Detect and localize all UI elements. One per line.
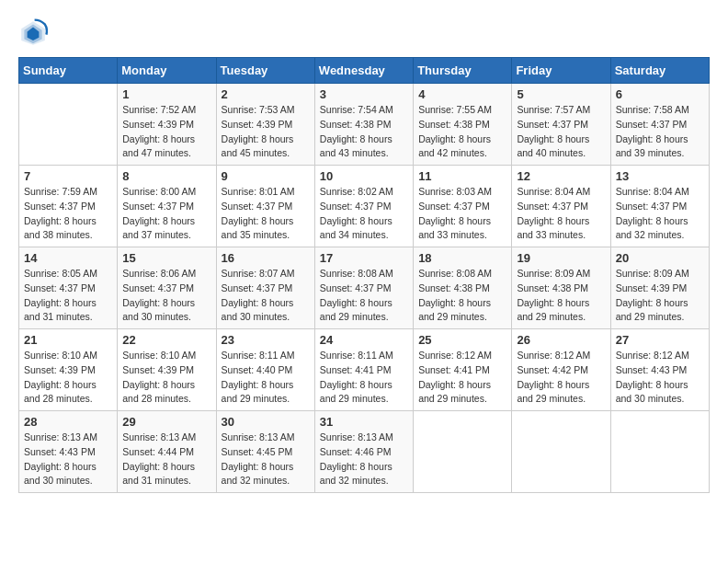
calendar-cell: 5Sunrise: 7:57 AM Sunset: 4:37 PM Daylig… [512, 84, 610, 166]
day-info: Sunrise: 7:57 AM Sunset: 4:37 PM Dayligh… [517, 103, 605, 161]
logo [18, 18, 51, 48]
weekday-header-monday: Monday [118, 58, 216, 84]
calendar-cell: 30Sunrise: 8:13 AM Sunset: 4:45 PM Dayli… [216, 411, 314, 493]
day-info: Sunrise: 8:12 AM Sunset: 4:43 PM Dayligh… [616, 349, 704, 407]
calendar-cell: 26Sunrise: 8:12 AM Sunset: 4:42 PM Dayli… [512, 329, 610, 411]
day-number: 7 [24, 169, 112, 183]
calendar-cell: 24Sunrise: 8:11 AM Sunset: 4:41 PM Dayli… [314, 329, 413, 411]
day-info: Sunrise: 7:55 AM Sunset: 4:38 PM Dayligh… [418, 103, 506, 161]
day-info: Sunrise: 8:02 AM Sunset: 4:37 PM Dayligh… [320, 185, 408, 243]
day-number: 29 [122, 415, 210, 429]
day-info: Sunrise: 8:10 AM Sunset: 4:39 PM Dayligh… [122, 349, 210, 407]
day-number: 17 [320, 251, 408, 265]
calendar-week-5: 28Sunrise: 8:13 AM Sunset: 4:43 PM Dayli… [19, 411, 710, 493]
weekday-row: SundayMondayTuesdayWednesdayThursdayFrid… [19, 58, 710, 84]
calendar-week-1: 1Sunrise: 7:52 AM Sunset: 4:39 PM Daylig… [19, 84, 710, 166]
logo-icon [18, 18, 48, 48]
calendar-cell: 10Sunrise: 8:02 AM Sunset: 4:37 PM Dayli… [314, 166, 413, 247]
day-number: 26 [517, 333, 605, 347]
calendar-cell: 27Sunrise: 8:12 AM Sunset: 4:43 PM Dayli… [610, 329, 709, 411]
day-number: 14 [24, 251, 112, 265]
calendar-table: SundayMondayTuesdayWednesdayThursdayFrid… [18, 57, 710, 493]
day-number: 22 [122, 333, 210, 347]
day-info: Sunrise: 8:13 AM Sunset: 4:43 PM Dayligh… [24, 431, 112, 488]
day-number: 3 [320, 87, 408, 101]
day-info: Sunrise: 8:13 AM Sunset: 4:44 PM Dayligh… [122, 431, 210, 488]
calendar-cell: 2Sunrise: 7:53 AM Sunset: 4:39 PM Daylig… [216, 84, 314, 166]
day-info: Sunrise: 8:01 AM Sunset: 4:37 PM Dayligh… [222, 185, 310, 243]
day-number: 2 [222, 87, 310, 101]
day-info: Sunrise: 8:04 AM Sunset: 4:37 PM Dayligh… [616, 185, 704, 243]
day-info: Sunrise: 8:04 AM Sunset: 4:37 PM Dayligh… [517, 185, 605, 243]
calendar-cell: 28Sunrise: 8:13 AM Sunset: 4:43 PM Dayli… [19, 411, 118, 493]
day-info: Sunrise: 8:13 AM Sunset: 4:45 PM Dayligh… [222, 431, 310, 488]
day-number: 31 [320, 415, 408, 429]
calendar-cell: 23Sunrise: 8:11 AM Sunset: 4:40 PM Dayli… [216, 329, 314, 411]
day-info: Sunrise: 8:10 AM Sunset: 4:39 PM Dayligh… [24, 349, 112, 407]
day-number: 1 [122, 87, 210, 101]
weekday-header-tuesday: Tuesday [216, 58, 314, 84]
calendar-cell [610, 411, 709, 493]
calendar-cell: 1Sunrise: 7:52 AM Sunset: 4:39 PM Daylig… [118, 84, 216, 166]
calendar-body: 1Sunrise: 7:52 AM Sunset: 4:39 PM Daylig… [19, 84, 710, 493]
day-number: 20 [616, 251, 704, 265]
weekday-header-wednesday: Wednesday [314, 58, 413, 84]
day-number: 4 [418, 87, 506, 101]
day-number: 12 [517, 169, 605, 183]
calendar-cell: 19Sunrise: 8:09 AM Sunset: 4:38 PM Dayli… [512, 247, 610, 329]
day-info: Sunrise: 8:09 AM Sunset: 4:38 PM Dayligh… [517, 267, 605, 325]
day-number: 21 [24, 333, 112, 347]
day-info: Sunrise: 8:00 AM Sunset: 4:37 PM Dayligh… [122, 185, 210, 243]
weekday-header-friday: Friday [512, 58, 610, 84]
calendar-cell: 31Sunrise: 8:13 AM Sunset: 4:46 PM Dayli… [314, 411, 413, 493]
calendar-cell: 14Sunrise: 8:05 AM Sunset: 4:37 PM Dayli… [19, 247, 118, 329]
calendar-cell: 17Sunrise: 8:08 AM Sunset: 4:37 PM Dayli… [314, 247, 413, 329]
day-number: 23 [222, 333, 310, 347]
day-number: 15 [122, 251, 210, 265]
calendar-cell: 8Sunrise: 8:00 AM Sunset: 4:37 PM Daylig… [118, 166, 216, 247]
day-info: Sunrise: 7:58 AM Sunset: 4:37 PM Dayligh… [616, 103, 704, 161]
day-number: 24 [320, 333, 408, 347]
day-number: 8 [122, 169, 210, 183]
calendar-cell: 22Sunrise: 8:10 AM Sunset: 4:39 PM Dayli… [118, 329, 216, 411]
day-info: Sunrise: 8:07 AM Sunset: 4:37 PM Dayligh… [222, 267, 310, 325]
day-info: Sunrise: 8:08 AM Sunset: 4:37 PM Dayligh… [320, 267, 408, 325]
calendar-cell: 6Sunrise: 7:58 AM Sunset: 4:37 PM Daylig… [610, 84, 709, 166]
calendar-cell: 16Sunrise: 8:07 AM Sunset: 4:37 PM Dayli… [216, 247, 314, 329]
calendar-cell: 20Sunrise: 8:09 AM Sunset: 4:39 PM Dayli… [610, 247, 709, 329]
calendar-week-4: 21Sunrise: 8:10 AM Sunset: 4:39 PM Dayli… [19, 329, 710, 411]
calendar-cell: 3Sunrise: 7:54 AM Sunset: 4:38 PM Daylig… [314, 84, 413, 166]
day-number: 9 [222, 169, 310, 183]
day-number: 19 [517, 251, 605, 265]
calendar-cell: 11Sunrise: 8:03 AM Sunset: 4:37 PM Dayli… [414, 166, 512, 247]
day-info: Sunrise: 8:11 AM Sunset: 4:41 PM Dayligh… [320, 349, 408, 407]
day-info: Sunrise: 7:54 AM Sunset: 4:38 PM Dayligh… [320, 103, 408, 161]
day-info: Sunrise: 7:52 AM Sunset: 4:39 PM Dayligh… [122, 103, 210, 161]
calendar-cell: 9Sunrise: 8:01 AM Sunset: 4:37 PM Daylig… [216, 166, 314, 247]
day-info: Sunrise: 8:11 AM Sunset: 4:40 PM Dayligh… [222, 349, 310, 407]
calendar-week-3: 14Sunrise: 8:05 AM Sunset: 4:37 PM Dayli… [19, 247, 710, 329]
day-number: 11 [418, 169, 506, 183]
weekday-header-sunday: Sunday [19, 58, 118, 84]
day-number: 27 [616, 333, 704, 347]
day-info: Sunrise: 7:53 AM Sunset: 4:39 PM Dayligh… [222, 103, 310, 161]
calendar-cell [414, 411, 512, 493]
calendar-header: SundayMondayTuesdayWednesdayThursdayFrid… [19, 58, 710, 84]
day-number: 5 [517, 87, 605, 101]
calendar-cell: 18Sunrise: 8:08 AM Sunset: 4:38 PM Dayli… [414, 247, 512, 329]
calendar-cell [19, 84, 118, 166]
calendar-cell: 29Sunrise: 8:13 AM Sunset: 4:44 PM Dayli… [118, 411, 216, 493]
day-number: 25 [418, 333, 506, 347]
calendar-cell: 4Sunrise: 7:55 AM Sunset: 4:38 PM Daylig… [414, 84, 512, 166]
day-number: 13 [616, 169, 704, 183]
day-number: 28 [24, 415, 112, 429]
calendar-cell: 25Sunrise: 8:12 AM Sunset: 4:41 PM Dayli… [414, 329, 512, 411]
calendar-cell: 21Sunrise: 8:10 AM Sunset: 4:39 PM Dayli… [19, 329, 118, 411]
calendar-week-2: 7Sunrise: 7:59 AM Sunset: 4:37 PM Daylig… [19, 166, 710, 247]
calendar-cell: 7Sunrise: 7:59 AM Sunset: 4:37 PM Daylig… [19, 166, 118, 247]
day-info: Sunrise: 7:59 AM Sunset: 4:37 PM Dayligh… [24, 185, 112, 243]
day-info: Sunrise: 8:05 AM Sunset: 4:37 PM Dayligh… [24, 267, 112, 325]
day-info: Sunrise: 8:08 AM Sunset: 4:38 PM Dayligh… [418, 267, 506, 325]
day-info: Sunrise: 8:03 AM Sunset: 4:37 PM Dayligh… [418, 185, 506, 243]
day-number: 16 [222, 251, 310, 265]
